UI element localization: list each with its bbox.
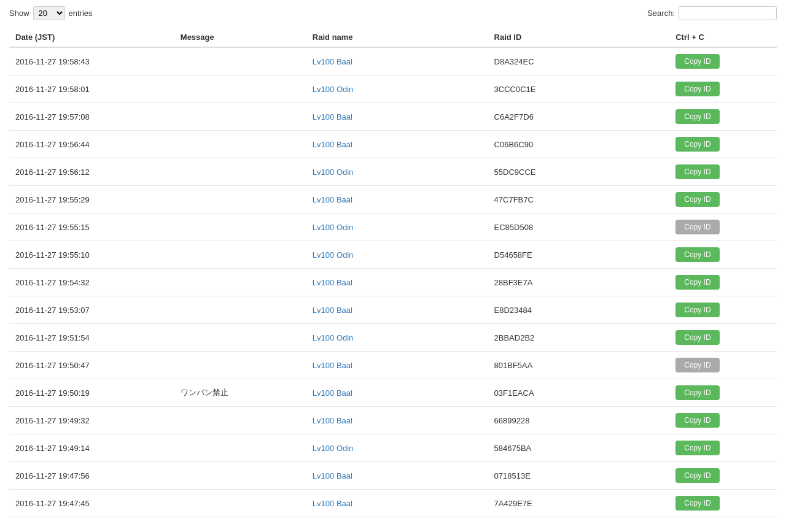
table-row: 2016-11-27 19:58:43Lv100 BaalD8A324ECCop… [9, 47, 777, 75]
cell-date: 2016-11-27 19:55:10 [9, 241, 174, 269]
raids-table: Date (JST) Message Raid name Raid ID Ctr… [9, 28, 777, 517]
copy-id-button[interactable]: Copy ID [675, 468, 719, 483]
raid-name-link[interactable]: Lv100 Odin [313, 223, 354, 232]
table-row: 2016-11-27 19:50:47Lv100 Baal801BF5AACop… [9, 352, 777, 379]
cell-raid-id: D54658FE [488, 241, 670, 269]
copy-id-button[interactable]: Copy ID [675, 247, 719, 262]
cell-copy-btn: Copy ID [669, 434, 777, 462]
cell-raid-name: Lv100 Baal [306, 103, 488, 131]
table-row: 2016-11-27 19:50:19ワンパン禁止Lv100 Baal03F1E… [9, 379, 777, 407]
raid-name-link[interactable]: Lv100 Baal [313, 388, 352, 398]
cell-raid-name: Lv100 Odin [306, 434, 488, 462]
cell-message [174, 241, 306, 269]
header-raid-name: Raid name [306, 28, 488, 47]
raid-name-link[interactable]: Lv100 Baal [313, 361, 352, 370]
cell-copy-btn: Copy ID [669, 324, 777, 352]
table-row: 2016-11-27 19:55:10Lv100 OdinD54658FECop… [9, 241, 777, 269]
cell-copy-btn: Copy ID [669, 352, 777, 379]
copy-id-button[interactable]: Copy ID [675, 54, 719, 69]
cell-date: 2016-11-27 19:55:29 [9, 186, 174, 214]
cell-message [174, 269, 306, 296]
show-entries-container: Show 102050100 entries [9, 6, 93, 20]
cell-raid-id: 03F1EACA [488, 379, 670, 407]
cell-raid-name: Lv100 Baal [306, 296, 488, 324]
cell-raid-id: 47C7FB7C [488, 186, 670, 214]
cell-raid-id: 0718513E [488, 462, 670, 490]
raid-name-link[interactable]: Lv100 Odin [313, 444, 354, 453]
table-body: 2016-11-27 19:58:43Lv100 BaalD8A324ECCop… [9, 47, 777, 517]
cell-message [174, 352, 306, 379]
table-row: 2016-11-27 19:49:32Lv100 Baal66899228Cop… [9, 407, 777, 434]
cell-date: 2016-11-27 19:56:44 [9, 131, 174, 158]
raid-name-link[interactable]: Lv100 Baal [313, 57, 352, 66]
search-input[interactable] [679, 6, 777, 20]
cell-message [174, 407, 306, 434]
raid-name-link[interactable]: Lv100 Baal [313, 140, 352, 149]
raid-name-link[interactable]: Lv100 Baal [313, 112, 352, 121]
raid-name-link[interactable]: Lv100 Baal [313, 499, 352, 508]
cell-raid-id: C6A2F7D6 [488, 103, 670, 131]
top-controls: Show 102050100 entries Search: [9, 6, 777, 20]
cell-date: 2016-11-27 19:49:32 [9, 407, 174, 434]
copy-id-button[interactable]: Copy ID [675, 441, 719, 455]
raid-name-link[interactable]: Lv100 Odin [313, 168, 354, 177]
table-row: 2016-11-27 19:51:54Lv100 Odin2BBAD2B2Cop… [9, 324, 777, 352]
copy-id-button[interactable]: Copy ID [675, 303, 719, 317]
cell-message [174, 158, 306, 186]
cell-copy-btn: Copy ID [669, 186, 777, 214]
copy-id-button[interactable]: Copy ID [675, 496, 719, 511]
cell-raid-id: E8D23484 [488, 296, 670, 324]
cell-raid-id: 801BF5AA [488, 352, 670, 379]
cell-raid-name: Lv100 Odin [306, 241, 488, 269]
cell-message [174, 103, 306, 131]
raid-name-link[interactable]: Lv100 Baal [313, 195, 352, 204]
table-row: 2016-11-27 19:49:14Lv100 Odin584675BACop… [9, 434, 777, 462]
copy-id-button[interactable]: Copy ID [675, 82, 719, 96]
raid-name-link[interactable]: Lv100 Baal [313, 306, 352, 315]
cell-raid-name: Lv100 Baal [306, 186, 488, 214]
copy-id-button[interactable]: Copy ID [675, 358, 719, 372]
cell-raid-id: 7A429E7E [488, 490, 670, 517]
copy-id-button[interactable]: Copy ID [675, 413, 719, 428]
raid-name-link[interactable]: Lv100 Baal [313, 416, 352, 425]
raid-name-link[interactable]: Lv100 Odin [313, 250, 354, 260]
cell-date: 2016-11-27 19:56:12 [9, 158, 174, 186]
raid-name-link[interactable]: Lv100 Baal [313, 278, 352, 287]
copy-id-button[interactable]: Copy ID [675, 192, 719, 207]
copy-id-button[interactable]: Copy ID [675, 220, 719, 234]
cell-date: 2016-11-27 19:51:54 [9, 324, 174, 352]
cell-date: 2016-11-27 19:55:15 [9, 214, 174, 241]
raid-name-link[interactable]: Lv100 Odin [313, 85, 354, 94]
search-label: Search: [647, 9, 675, 18]
copy-id-button[interactable]: Copy ID [675, 330, 719, 345]
cell-raid-id: 3CCC0C1E [488, 75, 670, 103]
raid-name-link[interactable]: Lv100 Odin [313, 333, 354, 342]
cell-copy-btn: Copy ID [669, 379, 777, 407]
cell-date: 2016-11-27 19:50:19 [9, 379, 174, 407]
raid-name-link[interactable]: Lv100 Baal [313, 471, 352, 480]
cell-date: 2016-11-27 19:47:45 [9, 490, 174, 517]
cell-raid-name: Lv100 Baal [306, 352, 488, 379]
cell-raid-name: Lv100 Baal [306, 131, 488, 158]
cell-copy-btn: Copy ID [669, 241, 777, 269]
copy-id-button[interactable]: Copy ID [675, 164, 719, 179]
cell-date: 2016-11-27 19:58:43 [9, 47, 174, 75]
copy-id-button[interactable]: Copy ID [675, 109, 719, 124]
cell-copy-btn: Copy ID [669, 158, 777, 186]
cell-date: 2016-11-27 19:50:47 [9, 352, 174, 379]
entries-label: entries [69, 9, 93, 18]
table-row: 2016-11-27 19:57:08Lv100 BaalC6A2F7D6Cop… [9, 103, 777, 131]
cell-raid-name: Lv100 Odin [306, 324, 488, 352]
cell-raid-name: Lv100 Baal [306, 407, 488, 434]
cell-message [174, 296, 306, 324]
copy-id-button[interactable]: Copy ID [675, 275, 719, 290]
cell-raid-name: Lv100 Odin [306, 158, 488, 186]
table-row: 2016-11-27 19:56:44Lv100 BaalC06B6C90Cop… [9, 131, 777, 158]
cell-raid-id: 55DC9CCE [488, 158, 670, 186]
copy-id-button[interactable]: Copy ID [675, 385, 719, 400]
copy-id-button[interactable]: Copy ID [675, 137, 719, 152]
header-message: Message [174, 28, 306, 47]
cell-message [174, 324, 306, 352]
entries-select[interactable]: 102050100 [33, 6, 65, 20]
cell-raid-id: EC85D508 [488, 214, 670, 241]
